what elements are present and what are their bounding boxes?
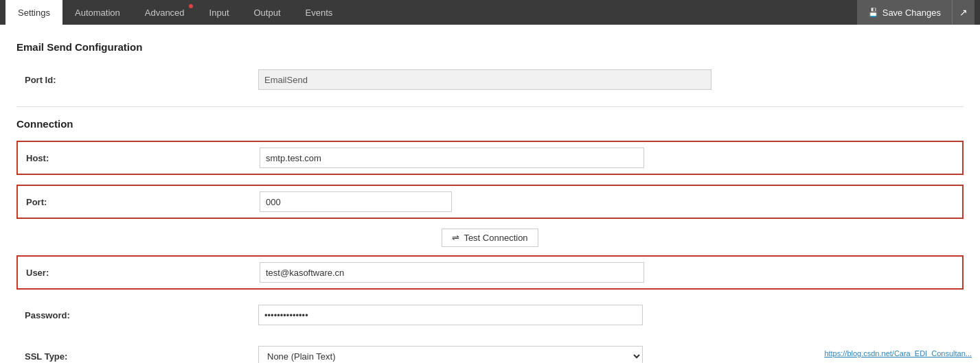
ssl-type-select[interactable]: None (Plain Text) SSL/TLS STARTTLS — [258, 346, 643, 363]
host-input[interactable] — [260, 148, 644, 168]
test-connection-button[interactable]: ⇌ Test Connection — [442, 229, 538, 247]
user-input[interactable] — [260, 262, 644, 283]
port-input[interactable] — [260, 191, 452, 212]
host-label: Host: — [26, 153, 260, 163]
connection-section: Connection Host: Port: ⇌ Test Connection… — [16, 118, 964, 363]
tab-settings[interactable]: Settings — [5, 0, 62, 25]
tab-input[interactable]: Input — [197, 0, 242, 25]
host-row: Host: — [16, 141, 964, 175]
password-input[interactable] — [258, 305, 643, 325]
save-icon: 💾 — [868, 8, 878, 17]
ssl-type-row: SSL Type: None (Plain Text) SSL/TLS STAR… — [16, 340, 964, 363]
external-link-icon: ↗ — [959, 7, 968, 18]
port-row: Port: — [16, 185, 964, 219]
password-row: Password: — [16, 299, 964, 331]
save-changes-button[interactable]: 💾 Save Changes — [857, 0, 952, 25]
tab-automation[interactable]: Automation — [62, 0, 133, 25]
tab-events[interactable]: Events — [293, 0, 345, 25]
port-id-input[interactable] — [258, 69, 711, 90]
email-section: Email Send Configuration Port Id: — [16, 41, 964, 95]
tab-output[interactable]: Output — [242, 0, 293, 25]
ssl-type-label: SSL Type: — [25, 351, 258, 362]
user-label: User: — [26, 268, 260, 278]
main-content: Email Send Configuration Port Id: Connec… — [0, 25, 980, 363]
tab-advanced[interactable]: Advanced — [133, 0, 197, 25]
bottom-link[interactable]: https://blog.csdn.net/Cara_EDI_Consultan… — [824, 349, 972, 358]
user-row: User: — [16, 255, 964, 290]
port-id-row: Port Id: — [16, 64, 964, 95]
external-link-button[interactable]: ↗ — [952, 0, 975, 25]
test-connection-row: ⇌ Test Connection — [16, 229, 964, 247]
port-label: Port: — [26, 197, 260, 207]
section-divider — [16, 106, 964, 107]
connection-section-title: Connection — [16, 118, 964, 130]
password-label: Password: — [25, 310, 258, 320]
top-navigation: Settings Automation Advanced Input Outpu… — [0, 0, 980, 25]
transfer-icon: ⇌ — [452, 233, 459, 243]
port-id-label: Port Id: — [25, 75, 258, 85]
email-section-title: Email Send Configuration — [16, 41, 964, 53]
